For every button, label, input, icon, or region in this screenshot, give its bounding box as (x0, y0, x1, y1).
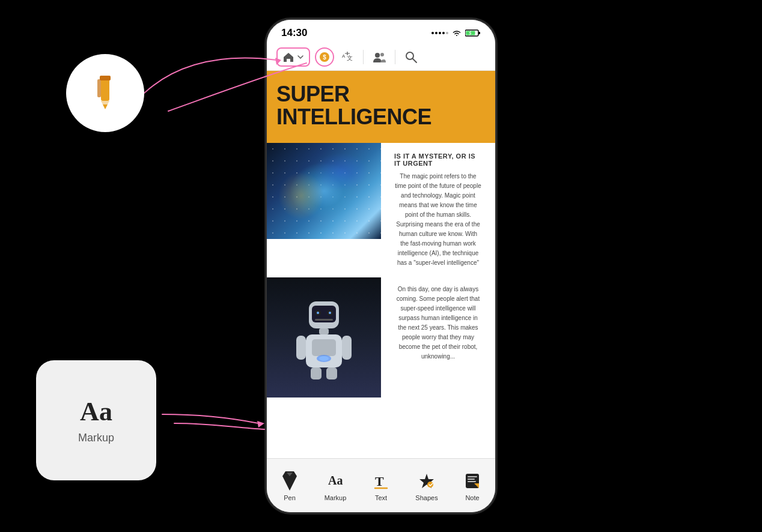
status-time: 14:30 (281, 27, 307, 39)
svg-rect-5 (101, 101, 109, 104)
tool-note[interactable]: Note (450, 464, 495, 505)
app-toolbar: $ A 文 (267, 44, 495, 71)
svg-rect-29 (296, 336, 306, 360)
svg-point-15 (380, 53, 384, 56)
pen-circle (66, 54, 144, 132)
article-bottom-section: On this day, one day is always coming. S… (267, 277, 495, 397)
toolbar-divider (363, 50, 364, 64)
svg-rect-42 (468, 481, 476, 482)
text-tool-icon: T (370, 470, 392, 492)
svg-rect-31 (311, 367, 322, 379)
svg-rect-41 (468, 479, 475, 480)
svg-rect-40 (468, 476, 477, 477)
tool-text[interactable]: T Text (358, 464, 404, 505)
svg-rect-6 (97, 79, 101, 97)
note-label: Note (465, 494, 479, 501)
shapes-label: Shapes (415, 494, 437, 501)
svg-text:T: T (375, 474, 384, 489)
markup-circle: Aa Markup (36, 360, 156, 480)
tool-pen[interactable]: Pen (267, 464, 312, 505)
pen-label: Pen (284, 494, 296, 501)
translate-button[interactable]: A 文 (339, 49, 356, 65)
search-button[interactable] (403, 49, 419, 65)
shapes-tool-icon (416, 470, 437, 492)
chevron-down-icon (297, 53, 304, 61)
svg-text:A: A (342, 53, 346, 59)
svg-text:Aa: Aa (328, 474, 343, 487)
svg-rect-26 (312, 339, 336, 356)
svg-rect-8 (478, 32, 480, 34)
svg-text:$: $ (323, 54, 326, 61)
markup-icon: Aa (80, 396, 112, 427)
svg-point-21 (317, 312, 319, 314)
article-body: IS IT A MYSTERY, OR IS IT URGENT The mag… (267, 143, 495, 397)
tool-shapes[interactable]: Shapes (404, 464, 450, 505)
search-icon (404, 50, 418, 64)
coin-icon: $ (319, 52, 330, 62)
article-top-section: IS IT A MYSTERY, OR IS IT URGENT The mag… (267, 143, 495, 277)
wifi-icon (452, 29, 462, 37)
svg-rect-4 (100, 76, 111, 80)
phone-frame: 14:30 (267, 20, 495, 512)
svg-text:文: 文 (347, 55, 353, 61)
article-subtitle: IS IT A MYSTERY, OR IS IT URGENT (387, 148, 489, 169)
home-button[interactable] (276, 47, 310, 67)
article-body-text-2: On this day, one day is always coming. S… (387, 282, 489, 366)
svg-point-22 (329, 312, 331, 314)
markup-tool-icon: Aa (325, 470, 346, 492)
robot-svg (294, 292, 354, 382)
markup-label: Markup (78, 432, 114, 444)
coin-button[interactable]: $ (315, 47, 334, 67)
pen-tool-icon (279, 470, 300, 492)
svg-point-28 (319, 356, 329, 361)
signal-dots (431, 32, 448, 34)
status-bar: 14:30 (267, 20, 495, 44)
content-area[interactable]: SUPER INTELLIGENCE IS IT A MYSTERY, OR I… (267, 71, 495, 452)
article-right-column: IS IT A MYSTERY, OR IS IT URGENT The mag… (381, 143, 495, 277)
robot-image (267, 277, 381, 397)
svg-marker-1 (257, 421, 264, 428)
pen-icon (84, 72, 126, 114)
tool-markup[interactable]: Aa Markup (312, 464, 358, 505)
bottom-toolbar: Pen Aa Markup T Text (267, 458, 495, 512)
users-icon (373, 50, 386, 64)
svg-point-38 (427, 482, 433, 488)
battery-icon (465, 29, 481, 37)
users-button[interactable] (371, 49, 388, 65)
status-icons (431, 29, 481, 37)
svg-rect-23 (315, 319, 333, 321)
note-tool-icon (462, 470, 483, 492)
svg-rect-30 (342, 336, 352, 360)
nebula-image (267, 143, 381, 239)
text-label: Text (375, 494, 387, 501)
magazine-title: SUPER INTELLIGENCE (276, 83, 486, 128)
translate-icon: A 文 (341, 50, 354, 64)
article-second-column: On this day, one day is always coming. S… (381, 277, 495, 397)
markup-label-bottom: Markup (325, 494, 347, 501)
svg-point-14 (375, 53, 380, 58)
svg-rect-24 (319, 328, 329, 334)
magazine-header: SUPER INTELLIGENCE (267, 71, 495, 143)
svg-point-16 (406, 52, 413, 59)
home-icon (282, 51, 294, 63)
article-body-text-1: The magic point refers to the time point… (387, 169, 489, 273)
svg-rect-32 (326, 367, 337, 379)
toolbar-divider-2 (395, 50, 395, 64)
